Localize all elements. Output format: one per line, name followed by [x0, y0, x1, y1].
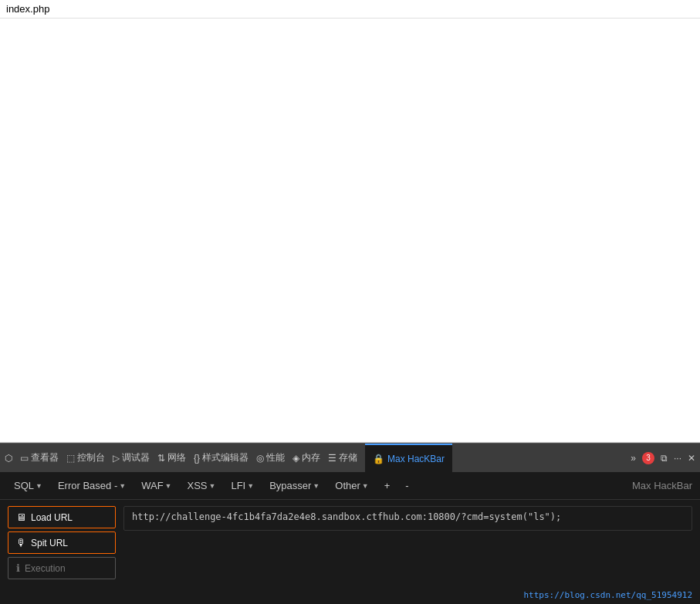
menu-add[interactable]: + [378, 477, 397, 494]
menu-xss[interactable]: XSS ▼ [181, 477, 222, 494]
console-icon: ⬚ [66, 453, 75, 464]
chevron-right-icon[interactable]: » [631, 453, 636, 464]
hackbar-tab[interactable]: 🔒 Max HacKBar [365, 444, 452, 472]
close-devtools-icon[interactable]: ✕ [688, 453, 695, 464]
hackbar-buttons: 🖥 Load URL 🎙 Spit URL ℹ Execution [8, 506, 116, 579]
toolbar-right-controls: » 3 ⧉ ··· ✕ [631, 452, 695, 464]
menu-other[interactable]: Other ▼ [329, 477, 374, 494]
memory-icon: ◈ [293, 453, 299, 464]
load-url-button[interactable]: 🖥 Load URL [8, 506, 116, 528]
execution-icon: ℹ [16, 562, 20, 574]
memory-tab[interactable]: ◈ 内存 [293, 451, 320, 464]
style-editor-tab[interactable]: {} 样式编辑器 [194, 451, 249, 464]
execution-button: ℹ Execution [8, 557, 116, 579]
page-filename: index.php [6, 3, 49, 15]
storage-tab[interactable]: ☰ 存储 [328, 451, 357, 464]
menu-remove[interactable]: - [399, 477, 414, 494]
lock-icon: 🔒 [373, 454, 384, 464]
hackbar-menu: SQL ▼ Error Based - ▼ WAF ▼ XSS ▼ LFI ▼ … [0, 472, 700, 500]
xss-arrow-icon: ▼ [209, 482, 216, 490]
style-icon: {} [194, 453, 200, 464]
inspector-icon: ▭ [20, 453, 29, 464]
hackbar-panel: SQL ▼ Error Based - ▼ WAF ▼ XSS ▼ LFI ▼ … [0, 472, 700, 604]
performance-icon: ◎ [256, 453, 264, 464]
status-url: https://blog.csdn.net/qq_51954912 [523, 590, 692, 600]
status-bar: https://blog.csdn.net/qq_51954912 [0, 585, 700, 604]
error-based-arrow-icon: ▼ [119, 482, 126, 490]
bypasser-arrow-icon: ▼ [313, 482, 320, 490]
network-icon: ⇅ [157, 453, 165, 464]
menu-error-based[interactable]: Error Based - ▼ [52, 477, 132, 494]
toolbar-nav-icon[interactable]: ⬡ [5, 453, 12, 464]
load-url-icon: 🖥 [16, 511, 26, 523]
menu-bypasser[interactable]: Bypasser ▼ [263, 477, 326, 494]
menu-sql[interactable]: SQL ▼ [8, 477, 49, 494]
lfi-arrow-icon: ▼ [247, 482, 254, 490]
debugger-icon: ▷ [113, 453, 120, 464]
other-arrow-icon: ▼ [362, 482, 369, 490]
storage-icon: ☰ [328, 453, 336, 464]
toggle-window-icon[interactable]: ⧉ [661, 453, 668, 464]
url-input[interactable]: http://challenge-4fc1b4fa7da2e4e8.sandbo… [123, 506, 692, 531]
spit-url-button[interactable]: 🎙 Spit URL [8, 531, 116, 554]
browser-toolbar: ⬡ ▭ 查看器 ⬚ 控制台 ▷ 调试器 ⇅ 网络 {} 样式编辑器 ◎ 性能 ◈… [0, 443, 700, 472]
menu-waf[interactable]: WAF ▼ [135, 477, 178, 494]
more-options-icon[interactable]: ··· [674, 453, 681, 464]
waf-arrow-icon: ▼ [165, 482, 172, 490]
main-content-area: index.php [0, 0, 700, 443]
sql-arrow-icon: ▼ [36, 482, 42, 490]
notification-badge: 3 [642, 452, 654, 464]
debugger-tab[interactable]: ▷ 调试器 [113, 451, 150, 464]
menu-lfi[interactable]: LFI ▼ [225, 477, 260, 494]
console-tab[interactable]: ⬚ 控制台 [66, 451, 105, 464]
performance-tab[interactable]: ◎ 性能 [256, 451, 285, 464]
network-tab[interactable]: ⇅ 网络 [157, 451, 186, 464]
spit-url-icon: 🎙 [16, 537, 26, 548]
hackbar-title: Max HackBar [632, 480, 692, 491]
hackbar-body: 🖥 Load URL 🎙 Spit URL ℹ Execution http:/… [0, 500, 700, 585]
inspector-tab[interactable]: ▭ 查看器 [20, 451, 59, 464]
